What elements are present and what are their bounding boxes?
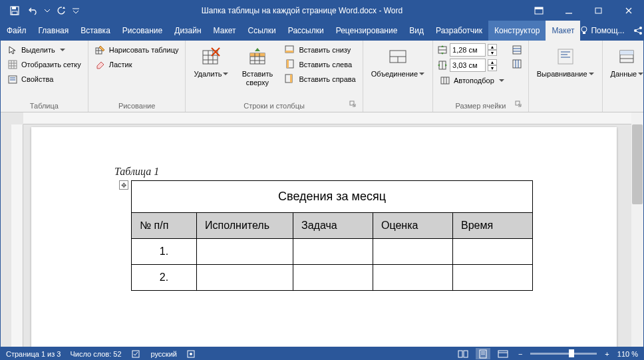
scroll-thumb[interactable]: [632, 124, 643, 204]
distribute-rows-icon: [512, 45, 522, 55]
distribute-rows-button[interactable]: [510, 44, 524, 56]
tab-design[interactable]: Дизайн: [168, 21, 207, 41]
zoom-level[interactable]: 110 %: [617, 350, 638, 358]
ribbon-display-options[interactable]: [524, 1, 554, 21]
read-mode-button[interactable]: [456, 348, 470, 360]
col-width-input[interactable]: [450, 59, 486, 72]
svg-rect-81: [498, 351, 508, 357]
group-label-rowscols: Строки и столбцы: [190, 100, 358, 112]
table-cell[interactable]: [197, 265, 293, 291]
delete-button[interactable]: Удалить: [190, 43, 232, 100]
qat-customize[interactable]: [71, 2, 80, 19]
header-cell[interactable]: Время: [453, 213, 533, 239]
eraser-button[interactable]: Ластик: [92, 58, 182, 71]
header-cell[interactable]: Исполнитель: [197, 213, 293, 239]
width-up[interactable]: ▲: [488, 59, 497, 65]
vertical-ruler[interactable]: [11, 124, 23, 347]
spellcheck-icon[interactable]: [131, 349, 142, 359]
word-count[interactable]: Число слов: 52: [70, 350, 121, 358]
table-title-cell[interactable]: Сведения за месяц: [132, 181, 533, 213]
group-label-merge: [367, 100, 428, 112]
tab-developer[interactable]: Разработчик: [430, 21, 488, 41]
page-indicator[interactable]: Страница 1 из 3: [6, 350, 61, 358]
svg-rect-72: [620, 51, 633, 55]
table-cell[interactable]: [453, 239, 533, 265]
language-indicator[interactable]: русский: [151, 350, 177, 358]
tab-references[interactable]: Ссылки: [242, 21, 282, 41]
height-down[interactable]: ▼: [488, 50, 497, 56]
tab-insert[interactable]: Вставка: [75, 21, 116, 41]
web-layout-button[interactable]: [496, 348, 510, 360]
redo-button[interactable]: [53, 2, 70, 19]
table-cell[interactable]: [453, 265, 533, 291]
table-caption[interactable]: Таблица 1: [114, 166, 159, 178]
maximize-button[interactable]: [583, 1, 613, 21]
share-button[interactable]: [630, 23, 644, 39]
table-cell[interactable]: 2.: [132, 265, 197, 291]
tab-view[interactable]: Вид: [403, 21, 430, 41]
vertical-scrollbar[interactable]: [631, 112, 643, 347]
insert-below-button[interactable]: Вставить снизу: [282, 43, 358, 57]
save-button[interactable]: [6, 2, 23, 19]
zoom-out-button[interactable]: −: [516, 350, 525, 358]
print-layout-button[interactable]: [476, 348, 490, 360]
table-move-handle[interactable]: ✥: [119, 180, 128, 190]
group-label-table: Таблица: [5, 100, 84, 112]
row-height-input[interactable]: [450, 43, 486, 57]
insert-left-button[interactable]: Вставить слева: [282, 58, 358, 71]
zoom-thumb[interactable]: [569, 349, 574, 357]
autofit-button[interactable]: Автоподбор: [437, 74, 507, 87]
insert-right-button[interactable]: Вставить справа: [282, 73, 358, 86]
merge-button[interactable]: Объединение: [367, 43, 428, 100]
minimize-button[interactable]: [554, 1, 583, 21]
insert-above-button[interactable]: Вставить сверху: [235, 43, 279, 100]
table-cell[interactable]: [293, 265, 373, 291]
header-cell[interactable]: № п/п: [132, 213, 197, 239]
tab-layout[interactable]: Макет: [208, 21, 242, 41]
draw-table-button[interactable]: Нарисовать таблицу: [92, 43, 182, 57]
undo-dropdown[interactable]: [43, 2, 51, 19]
table-row[interactable]: 1.: [132, 239, 533, 265]
quick-access-toolbar: [1, 2, 80, 19]
tab-draw[interactable]: Рисование: [116, 21, 168, 41]
header-cell[interactable]: Оценка: [373, 213, 453, 239]
width-down[interactable]: ▼: [488, 65, 497, 71]
table-cell[interactable]: [197, 239, 293, 265]
select-button[interactable]: Выделить: [5, 43, 84, 57]
height-up[interactable]: ▲: [488, 44, 497, 50]
cellsize-launcher[interactable]: [515, 100, 524, 110]
document-table[interactable]: Сведения за месяц № п/п Исполнитель Зада…: [131, 180, 533, 291]
rowscols-launcher[interactable]: [349, 100, 359, 110]
gridlines-button[interactable]: Отобразить сетку: [5, 58, 84, 71]
window-title: Шапка таблицы на каждой странице Word.do…: [80, 6, 524, 15]
macro-icon[interactable]: [186, 349, 196, 359]
distribute-cols-button[interactable]: [510, 58, 524, 70]
tab-mailings[interactable]: Рассылки: [282, 21, 330, 41]
tab-review[interactable]: Рецензирование: [330, 21, 404, 41]
tab-file[interactable]: Файл: [1, 21, 33, 41]
zoom-in-button[interactable]: +: [602, 350, 611, 358]
header-cell[interactable]: Задача: [293, 213, 373, 239]
table-cell[interactable]: 1.: [132, 239, 197, 265]
eraser-icon: [95, 59, 106, 70]
svg-rect-1: [12, 7, 16, 9]
tab-table-design[interactable]: Конструктор: [488, 21, 546, 41]
table-cell[interactable]: [293, 239, 373, 265]
insert-right-icon: [285, 74, 295, 85]
close-button[interactable]: [613, 1, 643, 21]
table-cell[interactable]: [373, 239, 453, 265]
tell-me[interactable]: Помощ...: [580, 26, 624, 35]
properties-button[interactable]: Свойства: [5, 73, 84, 86]
undo-button[interactable]: [25, 2, 42, 19]
tab-home[interactable]: Главная: [33, 21, 75, 41]
horizontal-ruler[interactable]: [23, 112, 631, 124]
table-header-row[interactable]: № п/п Исполнитель Задача Оценка Время: [132, 213, 533, 239]
zoom-slider[interactable]: [530, 353, 597, 355]
table-cell[interactable]: [373, 265, 453, 291]
tab-table-layout[interactable]: Макет: [546, 21, 580, 41]
page[interactable]: Таблица 1 ✥ Сведения за месяц № п/п Испо…: [31, 127, 617, 347]
data-button[interactable]: Данные: [607, 43, 645, 100]
properties-icon: [7, 74, 18, 85]
alignment-button[interactable]: Выравнивание: [533, 43, 598, 100]
table-row[interactable]: 2.: [132, 265, 533, 291]
